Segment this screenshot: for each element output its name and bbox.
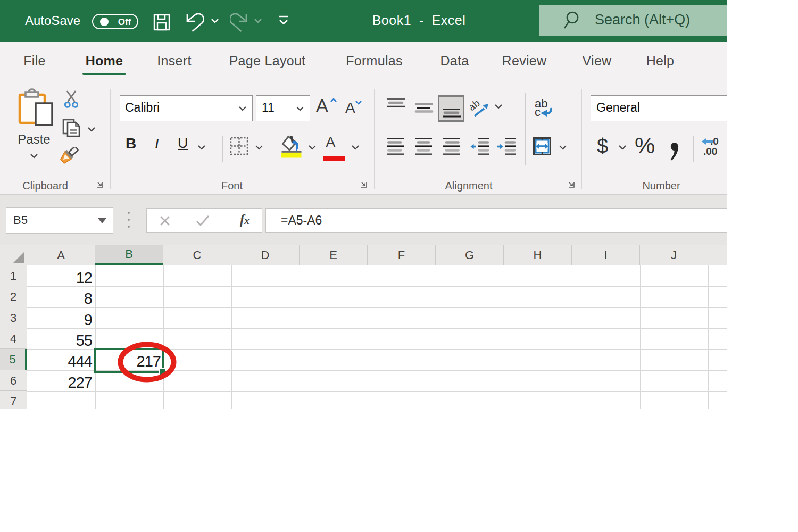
- svg-text:c: c: [535, 105, 541, 119]
